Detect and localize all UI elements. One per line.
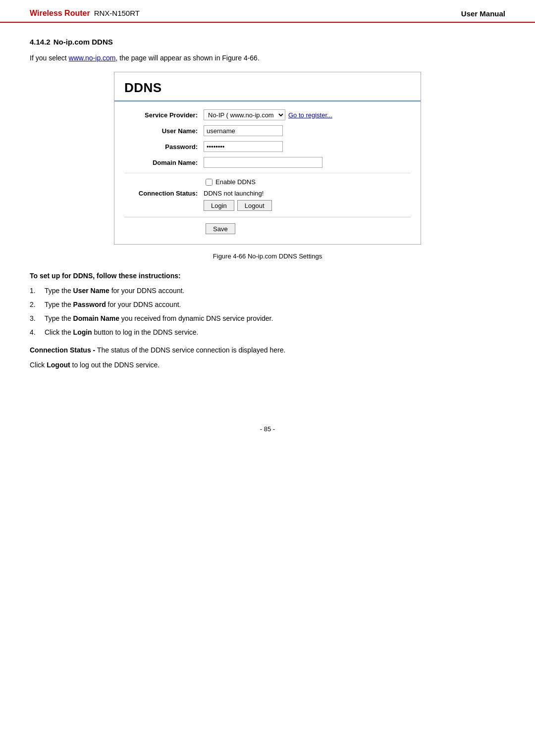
ddns-panel-header: DDNS <box>114 72 421 101</box>
intro-text-before: If you select <box>30 54 69 62</box>
step-number-1: 1. <box>30 287 45 295</box>
enable-ddns-row: Enable DDNS <box>206 178 411 186</box>
list-item: 4. Click the Login button to log in the … <box>30 328 505 336</box>
service-provider-field: No-IP ( www.no-ip.com ) Go to register..… <box>204 109 411 120</box>
list-item: 2. Type the Password for your DDNS accou… <box>30 301 505 308</box>
save-row: Save <box>206 223 411 234</box>
note-logout: Click Logout to log out the DDNS service… <box>30 361 505 369</box>
connection-status-row: Connection Status: DDNS not launching! L… <box>124 190 411 211</box>
intro-text-after: , the page will appear as shown in Figur… <box>116 54 260 62</box>
section-number: 4.14.2 <box>30 38 51 46</box>
username-label: User Name: <box>124 127 204 135</box>
ddns-panel: DDNS Service Provider: No-IP ( www.no-ip… <box>114 72 421 245</box>
step-text-3: Type the Domain Name you received from d… <box>45 314 505 322</box>
enable-ddns-label: Enable DDNS <box>215 178 256 186</box>
intro-paragraph: If you select www.no-ip.com, the page wi… <box>30 54 505 62</box>
password-row: Password: <box>124 141 411 152</box>
no-ip-link[interactable]: www.no-ip.com <box>69 54 116 62</box>
list-item: 1. Type the User Name for your DDNS acco… <box>30 287 505 295</box>
service-provider-label: Service Provider: <box>124 111 204 119</box>
connection-status-content: DDNS not launching! Login Logout <box>204 190 411 211</box>
section-heading: 4.14.2 No-ip.com DDNS <box>30 38 505 46</box>
page-header: Wireless Router RNX-N150RT User Manual <box>0 0 535 23</box>
form-divider <box>124 173 411 173</box>
main-content: 4.14.2 No-ip.com DDNS If you select www.… <box>0 23 535 396</box>
domain-name-input[interactable] <box>204 157 322 168</box>
domain-name-label: Domain Name: <box>124 159 204 166</box>
wireless-router-label: Wireless Router <box>30 9 90 18</box>
model-label: RNX-N150RT <box>94 9 140 17</box>
save-button[interactable]: Save <box>206 223 235 234</box>
connection-status-text: DDNS not launching! <box>204 190 411 197</box>
domain-name-row: Domain Name: <box>124 157 411 168</box>
instruction-list: 1. Type the User Name for your DDNS acco… <box>30 287 505 336</box>
user-manual-label: User Manual <box>461 9 505 18</box>
section-title: No-ip.com DDNS <box>54 38 113 46</box>
ddns-panel-body: Service Provider: No-IP ( www.no-ip.com … <box>114 101 421 244</box>
login-button[interactable]: Login <box>204 200 234 211</box>
username-field <box>204 125 411 136</box>
connection-status-label: Connection Status: <box>124 190 204 197</box>
step-text-4: Click the Login button to log in the DDN… <box>45 328 505 336</box>
list-item: 3. Type the Domain Name you received fro… <box>30 314 505 322</box>
page-number: - 85 - <box>260 425 275 433</box>
panel-divider <box>124 217 411 217</box>
password-field <box>204 141 411 152</box>
note-connection-status: Connection Status - The status of the DD… <box>30 346 505 354</box>
service-provider-row: Service Provider: No-IP ( www.no-ip.com … <box>124 109 411 120</box>
step-number-3: 3. <box>30 314 45 322</box>
figure-caption: Figure 4-66 No-ip.com DDNS Settings <box>30 252 505 260</box>
step-text-2: Type the Password for your DDNS account. <box>45 301 505 308</box>
goto-register-link[interactable]: Go to register... <box>288 111 332 119</box>
username-input[interactable] <box>204 125 283 136</box>
connection-buttons: Login Logout <box>204 200 411 211</box>
step-text-1: Type the User Name for your DDNS account… <box>45 287 505 295</box>
password-input[interactable] <box>204 141 283 152</box>
service-provider-select[interactable]: No-IP ( www.no-ip.com ) <box>204 109 285 120</box>
username-row: User Name: <box>124 125 411 136</box>
password-label: Password: <box>124 143 204 151</box>
enable-ddns-checkbox[interactable] <box>206 179 213 186</box>
page-footer: - 85 - <box>0 425 535 433</box>
step-number-2: 2. <box>30 301 45 308</box>
domain-name-field <box>204 157 411 168</box>
ddns-panel-title: DDNS <box>124 80 162 95</box>
step-number-4: 4. <box>30 328 45 336</box>
header-left: Wireless Router RNX-N150RT <box>30 9 140 18</box>
instructions-heading: To set up for DDNS, follow these instruc… <box>30 272 505 280</box>
logout-button[interactable]: Logout <box>237 200 272 211</box>
